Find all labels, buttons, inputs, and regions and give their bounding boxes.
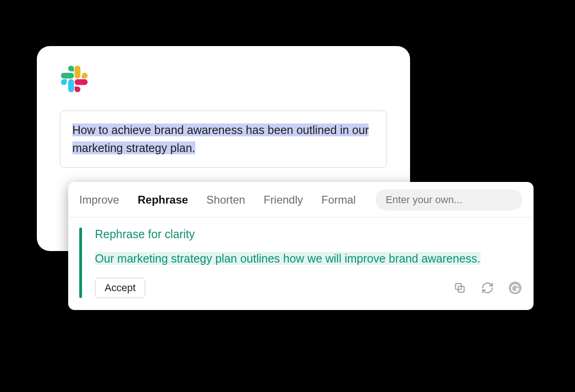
grammarly-icon[interactable] xyxy=(508,281,522,295)
actions-row: Accept xyxy=(95,278,522,298)
tab-improve[interactable]: Improve xyxy=(79,193,119,206)
tab-formal[interactable]: Formal xyxy=(322,193,356,206)
copy-icon[interactable] xyxy=(452,281,467,295)
icon-group xyxy=(452,281,522,295)
suggestion-text: Our marketing strategy plan outlines how… xyxy=(95,250,522,268)
custom-prompt-input[interactable] xyxy=(376,189,522,211)
selected-text: How to achieve brand awareness has been … xyxy=(72,123,369,154)
suggestion-card: Improve Rephrase Shorten Friendly Formal… xyxy=(68,182,534,310)
message-input[interactable]: How to achieve brand awareness has been … xyxy=(60,111,387,168)
refresh-icon[interactable] xyxy=(480,281,495,295)
body-content: Rephrase for clarity Our marketing strat… xyxy=(95,228,522,298)
tab-shorten[interactable]: Shorten xyxy=(206,193,245,206)
accept-button[interactable]: Accept xyxy=(95,278,145,298)
suggestion-title: Rephrase for clarity xyxy=(95,228,522,241)
accent-bar xyxy=(79,228,82,298)
suggestion-body: Rephrase for clarity Our marketing strat… xyxy=(68,217,534,310)
tab-rephrase[interactable]: Rephrase xyxy=(138,193,188,206)
slack-logo-icon xyxy=(60,64,88,92)
tab-friendly[interactable]: Friendly xyxy=(264,193,303,206)
tabs-row: Improve Rephrase Shorten Friendly Formal xyxy=(68,182,534,217)
